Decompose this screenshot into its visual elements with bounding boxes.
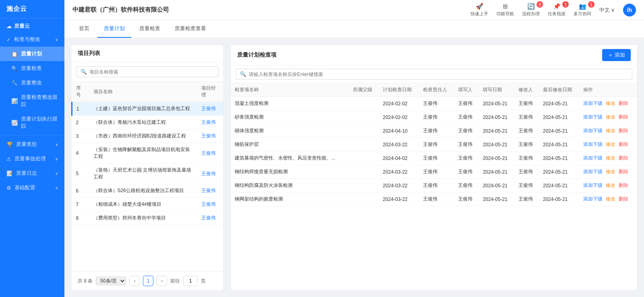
sidebar-item-quality-rectify[interactable]: 🔧 质量整改 — [0, 76, 64, 90]
right-search-input[interactable] — [249, 72, 628, 77]
left-search-input[interactable] — [89, 69, 214, 75]
edit-link[interactable]: 修改 — [606, 127, 615, 134]
add-button[interactable]: ＋ 添加 — [602, 49, 631, 61]
right-table-wrap: 检查项名称 所属父级 计划检查日期 检查责任人 填写人 填写日期 修改人 最后修… — [231, 83, 637, 290]
cell-manager: 王俊伟 — [197, 211, 223, 225]
table-row[interactable]: 6 （联合体）S26公路机电设施整治工程项目 王俊伟 — [72, 184, 224, 198]
table-row[interactable]: 3 （市政）西南街环经济园B2段道路建设工程 王俊伟 — [72, 129, 224, 143]
cell-filler: 王俊伟 — [454, 179, 479, 193]
add-sub-link[interactable]: 添加下级 — [583, 141, 603, 148]
cell-fill-date: 2024-05-21 — [479, 124, 514, 138]
sidebar-item-quality-check[interactable]: 🔍 质量检查 — [0, 61, 64, 76]
cell-modifier: 王俊伟 — [514, 111, 539, 124]
multi-collab-btn[interactable]: 👥 1 多方协同 — [574, 3, 591, 17]
edit-link[interactable]: 修改 — [606, 114, 615, 121]
cell-inspector: 王俊伟 — [419, 97, 454, 111]
sidebar-item-quality-plan[interactable]: 📋 质量计划 — [0, 47, 64, 61]
cell-plan-date: 2024-04-02 — [379, 152, 419, 165]
add-sub-link[interactable]: 添加下级 — [583, 100, 603, 107]
edit-link[interactable]: 修改 — [606, 196, 615, 203]
col-fill-date: 填写日期 — [479, 83, 514, 97]
cell-inspector: 王俊伟 — [419, 152, 454, 165]
tab-home[interactable]: 首页 — [72, 20, 96, 38]
cell-plan-date: 2024-03-22 — [379, 165, 419, 179]
add-sub-link[interactable]: 添加下级 — [583, 114, 603, 121]
delete-link[interactable]: 删除 — [619, 141, 628, 148]
table-row[interactable]: 4 （安装）生物降解聚酯及其制品项目机电安装工程 王俊伟 — [72, 143, 224, 164]
table-row: 钢结构防腐及防火涂装检测 2024-03-22 王俊伟 王俊伟 2024-05-… — [231, 179, 637, 193]
quick-start-btn[interactable]: 🚀 快速上手 — [471, 3, 488, 17]
left-table-wrap: 序号 项目名称 项目经理 1 （土建）蓝色智谷产业园项目施工总承包工程 王俊伟 … — [71, 82, 223, 271]
table-row[interactable]: 8 （费用类型）郑州冬青街中学项目 王俊伟 — [72, 211, 224, 225]
delete-link[interactable]: 删除 — [619, 114, 628, 121]
delete-link[interactable]: 删除 — [619, 196, 628, 203]
process-btn[interactable]: 🔄 8 流程办理 — [522, 3, 540, 17]
delete-link[interactable]: 删除 — [619, 100, 628, 107]
cell-filler: 王俊伟 — [454, 111, 479, 124]
sidebar-item-log[interactable]: 📝 质量日志 ∨ — [0, 166, 64, 180]
table-row: 混凝土强度检测 2024-02-02 王俊伟 王俊伟 2024-05-21 王俊… — [231, 97, 637, 111]
sidebar-item-reward[interactable]: 🏆 质量奖惩 ∨ — [0, 137, 64, 152]
tab-quality-check[interactable]: 质量检查 — [133, 20, 167, 38]
right-search-icon: 🔍 — [240, 71, 246, 77]
table-row[interactable]: 7 （粗细成本）雄楚大道4#楼项目 王俊伟 — [72, 198, 224, 211]
cell-modifier: 王俊伟 — [514, 165, 539, 179]
col-modifier: 修改人 — [514, 83, 539, 97]
edit-link[interactable]: 修改 — [606, 182, 615, 189]
right-panel: 质量计划检查项 ＋ 添加 🔍 检查项名称 所属父级 — [230, 45, 638, 291]
language-btn[interactable]: 中文 ∨ — [599, 6, 615, 14]
table-row[interactable]: 2 （联合体）青杨污水泵站迁建工程 王俊伟 — [72, 116, 224, 129]
goto-page-input[interactable] — [183, 276, 198, 286]
add-sub-link[interactable]: 添加下级 — [583, 182, 603, 189]
check-items-table: 检查项名称 所属父级 计划检查日期 检查责任人 填写人 填写日期 修改人 最后修… — [231, 83, 637, 206]
add-sub-link[interactable]: 添加下级 — [583, 155, 603, 162]
rocket-icon: 🚀 — [476, 3, 483, 10]
cell-parent — [349, 152, 379, 165]
task-assign-btn[interactable]: 📌 1 任务指派 — [548, 3, 566, 17]
lang-text: 中文 — [599, 6, 610, 14]
plan-track-icon: 📈 — [11, 120, 18, 126]
delete-link[interactable]: 删除 — [619, 127, 628, 134]
sidebar-item-config[interactable]: ⚙ 基础配置 ∨ — [0, 180, 64, 195]
cell-manager: 王俊伟 — [197, 129, 223, 143]
add-sub-link[interactable]: 添加下级 — [583, 196, 603, 203]
table-row[interactable]: 5 （装饰）天府艺术公园·文博坊场馆装饰及幕墙工程 王俊伟 — [72, 164, 224, 184]
cell-check-name: 砂浆强度检测 — [231, 111, 349, 124]
right-search-area: 🔍 — [231, 66, 637, 83]
avatar[interactable]: lh — [623, 4, 636, 16]
add-sub-link[interactable]: 添加下级 — [583, 127, 603, 134]
col-name: 项目名称 — [89, 82, 197, 102]
right-panel-title: 质量计划检查项 — [237, 51, 277, 59]
table-row[interactable]: 1 （土建）蓝色智谷产业园项目施工总承包工程 王俊伟 — [72, 102, 224, 116]
sidebar-logo: 施企云 — [0, 0, 64, 18]
delete-link[interactable]: 删除 — [619, 155, 628, 162]
delete-link[interactable]: 删除 — [619, 168, 628, 175]
track-icon: 📊 — [11, 98, 18, 104]
next-page-btn[interactable]: › — [157, 276, 167, 286]
chevron-accident-icon: ∨ — [55, 157, 58, 161]
edit-link[interactable]: 修改 — [606, 100, 615, 107]
function-nav-btn[interactable]: ⊞ 功能导航 — [496, 3, 514, 17]
delete-link[interactable]: 删除 — [619, 182, 628, 189]
chevron-config-icon: ∨ — [55, 186, 58, 190]
cell-plan-date: 2024-02-02 — [379, 97, 419, 111]
cell-check-name: 钢结构防腐及防火涂装检测 — [231, 179, 349, 193]
sidebar-item-inspection[interactable]: ✓ 检查与整改 ∨ — [0, 32, 64, 47]
cell-last-modify: 2024-05-21 — [539, 152, 579, 165]
sidebar-item-quality-track[interactable]: 📊 质量检查整改跟踪 — [0, 90, 64, 112]
prev-page-btn[interactable]: ‹ — [129, 276, 140, 286]
edit-link[interactable]: 修改 — [606, 141, 615, 148]
cell-actions: 添加下级 修改 删除 — [579, 152, 637, 165]
tab-quality-plan[interactable]: 质量计划 — [97, 20, 131, 38]
edit-link[interactable]: 修改 — [606, 168, 615, 175]
add-sub-link[interactable]: 添加下级 — [583, 168, 603, 175]
sidebar-item-accident[interactable]: ⚠ 质量事故处理 ∨ — [0, 152, 64, 166]
page-size-select[interactable]: 50条/页 — [96, 277, 126, 285]
col-manager: 项目经理 — [197, 82, 223, 102]
sidebar-item-plan-track[interactable]: 📈 质量计划执行跟踪 — [0, 112, 64, 133]
cell-parent — [349, 138, 379, 152]
page-label: 页 — [201, 278, 206, 285]
edit-link[interactable]: 修改 — [606, 155, 615, 162]
tab-quality-check-view[interactable]: 质量检查查看 — [168, 20, 213, 38]
cell-plan-date: 2024-03-22 — [379, 138, 419, 152]
